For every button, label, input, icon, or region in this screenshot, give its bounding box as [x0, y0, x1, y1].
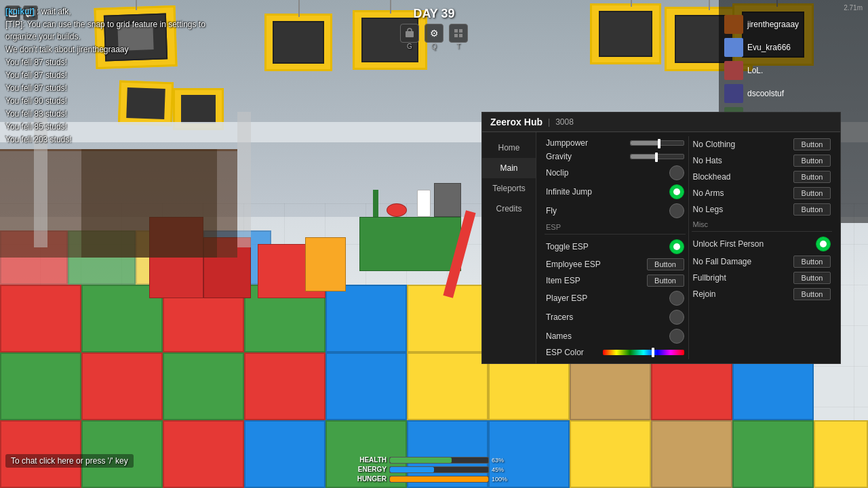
player-row: Evu_kra666 [719, 36, 868, 59]
backpack-icon[interactable] [400, 24, 419, 43]
jumppower-slider[interactable] [630, 140, 684, 146]
esp-color-label: ESP Color [546, 348, 600, 357]
toggle-esp-toggle[interactable] [669, 239, 684, 254]
no-legs-button[interactable]: Button [793, 203, 831, 216]
noclip-label: Noclip [546, 168, 667, 178]
no-arms-button[interactable]: Button [793, 187, 831, 199]
toggle-esp-row: Toggle ESP [545, 237, 686, 256]
menu-title: Zeerox Hub [490, 117, 542, 127]
tracers-row: Tracers [545, 308, 686, 327]
no-clothing-button[interactable]: Button [793, 138, 831, 150]
infinite-jump-toggle[interactable] [669, 184, 684, 199]
item-esp-button[interactable]: Button [647, 274, 684, 287]
player-avatar [724, 15, 743, 34]
esp-color-row: ESP Color [545, 346, 686, 359]
day-counter: DAY 39 [413, 7, 454, 21]
fly-row: Fly [545, 201, 686, 220]
esp-color-bar[interactable] [603, 350, 684, 355]
menu-panel: Zeerox Hub | 3008 Home Main Teleports Cr… [481, 112, 841, 364]
settings-label: Q [431, 43, 437, 50]
chat-messages: [kuikui] : wait afk, [TIP]: You can use … [5, 5, 232, 146]
chat-area: [kuikui] : wait afk, [TIP]: You can use … [0, 0, 237, 152]
hunger-bar-container [389, 476, 489, 483]
nav-item-main[interactable]: Main [482, 158, 536, 178]
chat-tip: [TIP]: You can use the snap to grid feat… [5, 18, 232, 43]
menu-nav: Home Main Teleports Credits [482, 132, 536, 363]
player-name: dscoolstuf [747, 89, 863, 98]
energy-percent: 45% [492, 466, 515, 473]
settings-icon[interactable]: ⚙ [425, 24, 443, 43]
billboard-sign [590, 3, 661, 64]
tracers-toggle[interactable] [669, 310, 684, 325]
menu-col-right: No Clothing Button No Hats Button Blockh… [689, 136, 835, 359]
chat-studs: You fell 83 studs! [5, 108, 232, 120]
red-object [387, 203, 407, 217]
nav-item-teleports[interactable]: Teleports [482, 178, 536, 199]
no-clothing-row: No Clothing Button [692, 136, 833, 152]
tools-icon[interactable] [449, 24, 468, 43]
hunger-label: HUNGER [353, 475, 387, 483]
unlock-first-person-toggle[interactable] [816, 237, 831, 251]
player-esp-row: Player ESP [545, 289, 686, 308]
menu-header: Zeerox Hub | 3008 [482, 113, 840, 132]
noclip-toggle[interactable] [669, 165, 684, 180]
player-esp-toggle[interactable] [669, 291, 684, 306]
blockhead-button[interactable]: Button [793, 171, 831, 183]
no-arms-label: No Arms [693, 188, 791, 198]
health-label: HEALTH [353, 456, 387, 464]
billboard-sign [264, 14, 332, 71]
player-avatar [724, 84, 743, 103]
gravity-label: Gravity [546, 152, 627, 161]
names-label: Names [546, 331, 667, 341]
infinite-jump-row: Infinite Jump [545, 182, 686, 201]
player-row: LoL. [719, 59, 868, 82]
nav-item-credits[interactable]: Credits [482, 199, 536, 219]
green-table [359, 217, 461, 271]
backpack-label: G [407, 43, 412, 50]
jumppower-row: Jumppower [545, 136, 686, 150]
white-object [417, 190, 431, 217]
chat-studs: You fell 90 studs! [5, 95, 232, 107]
fly-label: Fly [546, 206, 667, 216]
health-percent: 63% [492, 457, 515, 464]
no-legs-row: No Legs Button [692, 201, 833, 218]
no-hats-button[interactable]: Button [793, 155, 831, 167]
player-avatar [724, 38, 743, 57]
chat-message: We don't talk about jirenthegraaay [5, 43, 232, 56]
nav-item-home[interactable]: Home [482, 138, 536, 158]
no-legs-label: No Legs [693, 205, 791, 214]
health-bar-container [389, 457, 489, 464]
no-fall-damage-button[interactable]: Button [793, 256, 831, 268]
chat-studs: You fell 85 studs! [5, 121, 232, 133]
menu-count: 3008 [555, 117, 574, 127]
fly-toggle[interactable] [669, 203, 684, 218]
chat-hint[interactable]: To chat click here or press '/' key [5, 454, 134, 468]
rejoin-button[interactable]: Button [793, 288, 831, 300]
menu-body: Home Main Teleports Credits Jumppower [482, 132, 840, 363]
tracers-label: Tracers [546, 312, 667, 322]
gravity-row: Gravity [545, 150, 686, 163]
no-fall-damage-row: No Fall Damage Button [692, 253, 833, 270]
names-toggle[interactable] [669, 329, 684, 344]
top-hud: DAY 39 G ⚙ Q T [400, 7, 468, 50]
jumppower-label: Jumppower [546, 138, 627, 148]
svg-rect-6 [454, 29, 458, 33]
employee-esp-button[interactable]: Button [647, 258, 684, 270]
blockhead-label: Blockhead [693, 172, 791, 182]
no-hats-row: No Hats Button [692, 152, 833, 169]
gravity-slider[interactable] [630, 154, 684, 159]
yellow-block [305, 237, 346, 291]
svg-rect-5 [406, 31, 414, 37]
no-clothing-label: No Clothing [693, 140, 791, 149]
blockhead-row: Blockhead Button [692, 169, 833, 185]
infinite-jump-label: Infinite Jump [546, 187, 667, 197]
menu-content: Jumppower Gravity [536, 132, 840, 363]
menu-columns: Jumppower Gravity [542, 136, 835, 359]
fullbright-button[interactable]: Button [793, 272, 831, 284]
player-name: LoL. [747, 66, 863, 75]
item-esp-row: Item ESP Button [545, 272, 686, 289]
toggle-esp-label: Toggle ESP [546, 242, 667, 251]
energy-bar-fill [390, 467, 434, 472]
noclip-row: Noclip [545, 163, 686, 182]
hunger-row: HUNGER 100% [353, 475, 515, 483]
